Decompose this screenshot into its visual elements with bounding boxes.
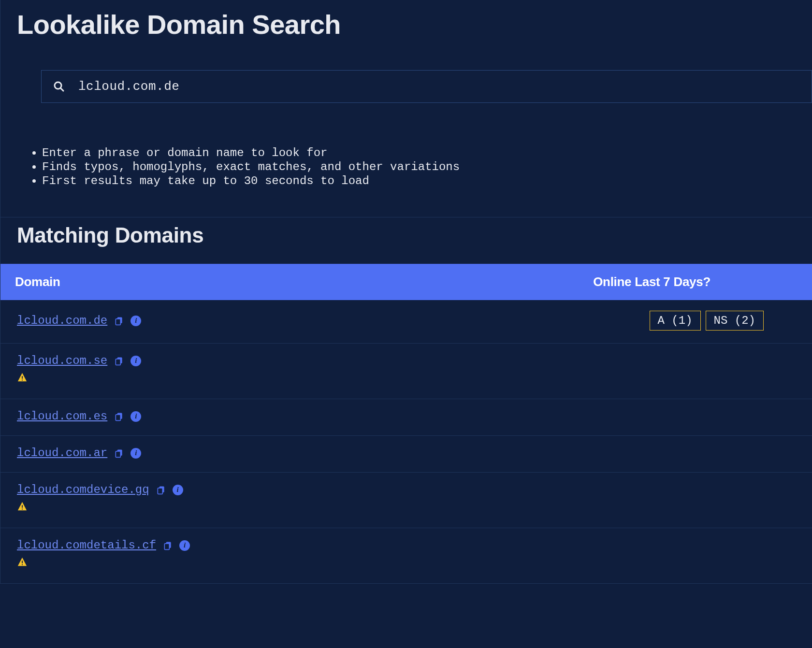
online-cell xyxy=(379,344,812,399)
search-box[interactable] xyxy=(41,70,812,103)
svg-rect-19 xyxy=(22,564,23,565)
domain-link[interactable]: lcloud.com.de xyxy=(17,314,107,327)
svg-rect-9 xyxy=(116,415,121,421)
copy-icon[interactable] xyxy=(113,355,125,367)
col-online[interactable]: Online Last 7 Days? xyxy=(379,264,812,300)
svg-rect-17 xyxy=(164,544,169,550)
results-title: Matching Domains xyxy=(0,217,812,252)
copy-icon[interactable] xyxy=(113,411,125,422)
dns-badge[interactable]: NS (2) xyxy=(706,311,764,331)
hint-item: First results may take up to 30 seconds … xyxy=(42,174,812,188)
domain-cell: lcloud.com.ari xyxy=(0,436,379,473)
online-cell xyxy=(379,436,812,473)
table-row: lcloud.com.deiA (1)NS (2) xyxy=(0,300,812,344)
svg-rect-11 xyxy=(116,451,121,458)
info-icon[interactable]: i xyxy=(130,448,141,459)
dns-badge[interactable]: A (1) xyxy=(650,311,701,331)
results-table: Domain Online Last 7 Days? lcloud.com.de… xyxy=(0,264,812,584)
warning-icon xyxy=(17,372,28,383)
online-cell xyxy=(379,473,812,528)
col-domain[interactable]: Domain xyxy=(0,264,379,300)
online-cell xyxy=(379,399,812,436)
domain-link[interactable]: lcloud.com.ar xyxy=(17,446,107,460)
hint-item: Enter a phrase or domain name to look fo… xyxy=(42,146,812,160)
info-icon[interactable]: i xyxy=(173,485,183,495)
info-icon[interactable]: i xyxy=(130,411,141,422)
svg-rect-14 xyxy=(22,505,23,508)
search-icon xyxy=(53,81,65,92)
table-row: lcloud.com.ari xyxy=(0,436,812,473)
copy-icon[interactable] xyxy=(155,484,167,496)
copy-icon[interactable] xyxy=(113,447,125,459)
info-icon[interactable]: i xyxy=(130,356,141,366)
domain-cell: lcloud.comdetails.cfi xyxy=(0,528,379,584)
table-row: lcloud.com.esi xyxy=(0,399,812,436)
page-title: Lookalike Domain Search xyxy=(0,0,812,40)
hint-item: Finds typos, homoglyphs, exact matches, … xyxy=(42,160,812,174)
warning-icon xyxy=(17,501,28,512)
online-cell: A (1)NS (2) xyxy=(379,300,812,344)
domain-link[interactable]: lcloud.com.se xyxy=(17,354,107,367)
svg-rect-7 xyxy=(22,380,23,381)
hints-block: Enter a phrase or domain name to look fo… xyxy=(29,146,812,188)
domain-cell: lcloud.com.esi xyxy=(0,399,379,436)
svg-rect-3 xyxy=(116,319,121,325)
copy-icon[interactable] xyxy=(113,315,125,327)
svg-rect-6 xyxy=(22,376,23,379)
domain-link[interactable]: lcloud.comdevice.gq xyxy=(17,483,149,496)
svg-rect-13 xyxy=(158,488,162,494)
svg-rect-15 xyxy=(22,509,23,510)
table-row: lcloud.comdevice.gqi xyxy=(0,473,812,528)
domain-cell: lcloud.comdevice.gqi xyxy=(0,473,379,528)
domain-cell: lcloud.com.sei xyxy=(0,344,379,399)
hints-list: Enter a phrase or domain name to look fo… xyxy=(29,146,812,188)
info-icon[interactable]: i xyxy=(130,316,141,326)
domain-link[interactable]: lcloud.comdetails.cf xyxy=(17,539,156,552)
copy-icon[interactable] xyxy=(162,540,174,551)
domain-cell: lcloud.com.dei xyxy=(0,300,379,344)
warning-icon xyxy=(17,557,28,567)
domain-link[interactable]: lcloud.com.es xyxy=(17,410,107,423)
info-icon[interactable]: i xyxy=(179,540,190,551)
table-row: lcloud.comdetails.cfi xyxy=(0,528,812,584)
table-row: lcloud.com.sei xyxy=(0,344,812,399)
online-cell xyxy=(379,528,812,584)
svg-rect-5 xyxy=(116,359,121,365)
svg-rect-18 xyxy=(22,561,23,564)
svg-line-1 xyxy=(60,88,63,91)
search-input[interactable] xyxy=(65,79,800,94)
